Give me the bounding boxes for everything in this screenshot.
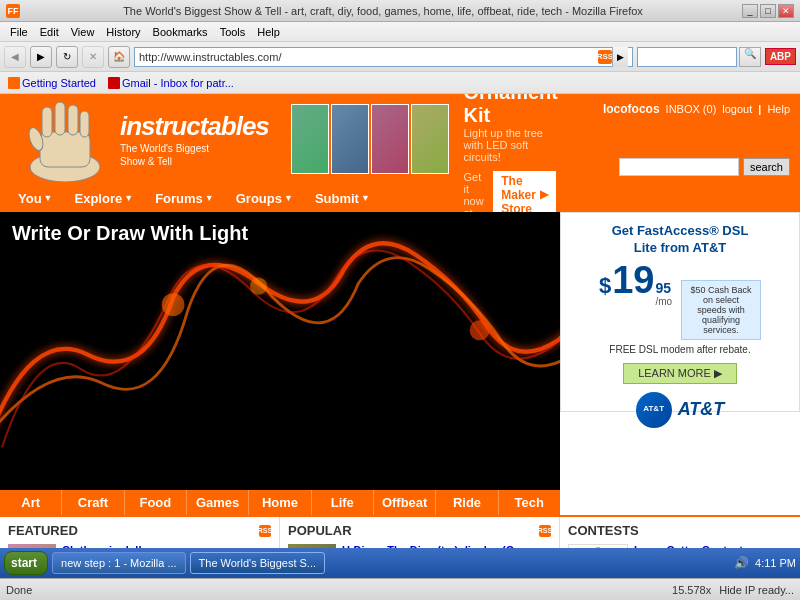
back-button[interactable]: ◀ (4, 46, 26, 68)
cat-offbeat[interactable]: Offbeat (374, 490, 436, 515)
featured-rss-icon[interactable]: RSS (259, 525, 271, 537)
att-ad: Get FastAccess® DSLLite from AT&T $ 19 9… (560, 212, 800, 412)
forward-button[interactable]: ▶ (30, 46, 52, 68)
cat-tech[interactable]: Tech (499, 490, 560, 515)
nav-explore[interactable]: Explore ▼ (65, 187, 144, 210)
header-img-4 (411, 104, 449, 174)
att-price-container: $ 19 95 /mo $50 Cash Back on select spee… (599, 261, 761, 340)
hero-image: Write Or Draw With Light (0, 212, 560, 490)
nav-submit[interactable]: Submit ▼ (305, 187, 380, 210)
go-button[interactable]: ▶ (612, 47, 628, 67)
nav-explore-arrow: ▼ (124, 193, 133, 203)
hide-ip-status: Hide IP ready... (719, 584, 794, 596)
taskbar: start new step : 1 - Mozilla ... The Wor… (0, 548, 800, 578)
status-right: 15.578x Hide IP ready... (672, 584, 794, 596)
search-input[interactable] (637, 47, 737, 67)
nav-groups[interactable]: Groups ▼ (226, 187, 303, 210)
search-bar: 🔍 (637, 47, 761, 67)
stop-button[interactable]: ✕ (82, 46, 104, 68)
site-search-input[interactable] (619, 158, 739, 176)
header-images (291, 104, 449, 174)
menu-bookmarks[interactable]: Bookmarks (147, 24, 214, 40)
bookmarks-bar: Getting Started Gmail - Inbox for patr..… (0, 72, 800, 94)
header-img-1 (291, 104, 329, 174)
svg-point-9 (250, 278, 267, 295)
menu-view[interactable]: View (65, 24, 101, 40)
hero-title: Write Or Draw With Light (12, 222, 248, 245)
cat-home[interactable]: Home (249, 490, 311, 515)
svg-rect-5 (80, 111, 89, 137)
featured-title: FEATURED (8, 523, 78, 538)
header-ad-area: LED Felt Ornament Kit Light up the tree … (281, 94, 567, 184)
menu-bar: File Edit View History Bookmarks Tools H… (0, 22, 800, 42)
menu-tools[interactable]: Tools (214, 24, 252, 40)
help-link[interactable]: Help (767, 103, 790, 115)
site-logo[interactable]: instructables (120, 111, 269, 142)
logo-text-area: instructables The World's BiggestShow & … (120, 111, 269, 168)
att-cashback: $50 Cash Back on select speeds with qual… (681, 280, 761, 340)
header-img-3 (371, 104, 409, 174)
bookmark-getting-started[interactable]: Getting Started (4, 75, 100, 91)
cat-ride[interactable]: Ride (436, 490, 498, 515)
menu-help[interactable]: Help (251, 24, 286, 40)
menu-edit[interactable]: Edit (34, 24, 65, 40)
gmail-favicon (108, 77, 120, 89)
taskbar-window-1[interactable]: new step : 1 - Mozilla ... (52, 552, 186, 574)
logo-area: instructables The World's BiggestShow & … (0, 94, 281, 184)
popular-rss-icon[interactable]: RSS (539, 525, 551, 537)
att-free-modem: FREE DSL modem after rebate. (609, 344, 750, 355)
browser-icon: FF (6, 4, 20, 18)
close-button[interactable]: ✕ (778, 4, 794, 18)
svg-point-8 (162, 293, 185, 316)
bookmark-gmail[interactable]: Gmail - Inbox for patr... (104, 75, 238, 91)
taskbar-window-2[interactable]: The World's Biggest S... (190, 552, 325, 574)
ad-subtitle: Light up the tree with LED soft circuits… (463, 127, 557, 163)
cat-food[interactable]: Food (125, 490, 187, 515)
att-learn-more-button[interactable]: LEARN MORE ▶ (623, 363, 737, 384)
contests-title: CONTESTS (568, 523, 792, 538)
start-button[interactable]: start (4, 551, 48, 575)
site-search-button[interactable]: search (743, 158, 790, 176)
cat-life[interactable]: Life (312, 490, 374, 515)
adblock-button[interactable]: ABP (765, 48, 796, 65)
header-right: locofocos INBOX (0) logout | Help search (568, 94, 800, 184)
logout-link[interactable]: logout (722, 103, 752, 115)
att-title: Get FastAccess® DSLLite from AT&T (612, 223, 749, 257)
att-logo-area: AT&T AT&T (636, 392, 725, 428)
svg-rect-3 (55, 102, 65, 135)
window-controls: _ □ ✕ (742, 4, 794, 18)
ad-title: LED Felt Ornament Kit (463, 94, 557, 127)
featured-header: FEATURED RSS (8, 523, 271, 538)
google-search-button[interactable]: 🔍 (739, 47, 761, 67)
att-price: 19 (612, 261, 654, 299)
nav-groups-arrow: ▼ (284, 193, 293, 203)
cat-craft[interactable]: Craft (62, 490, 124, 515)
address-bar[interactable]: http://www.instructables.com/ RSS ▶ (134, 47, 633, 67)
ad-text: LED Felt Ornament Kit Light up the tree … (449, 94, 557, 221)
taskbar-clock: 4:11 PM (755, 557, 796, 569)
main-layout: Write Or Draw With Light Art Craft Food … (0, 212, 800, 515)
maximize-button[interactable]: □ (760, 4, 776, 18)
cat-art[interactable]: Art (0, 490, 62, 515)
att-logo-icon: AT&T (636, 392, 672, 428)
menu-file[interactable]: File (4, 24, 34, 40)
tray-icon: 🔊 (734, 556, 749, 570)
home-button[interactable]: 🏠 (108, 46, 130, 68)
nav-submit-arrow: ▼ (361, 193, 370, 203)
svg-rect-4 (68, 105, 78, 135)
nav-forums[interactable]: Forums ▼ (145, 187, 224, 210)
cat-games[interactable]: Games (187, 490, 249, 515)
svg-rect-2 (42, 107, 52, 137)
menu-history[interactable]: History (100, 24, 146, 40)
nav-you[interactable]: You ▼ (8, 187, 63, 210)
nav-you-arrow: ▼ (44, 193, 53, 203)
username: locofocos (603, 102, 660, 116)
right-sidebar: Get FastAccess® DSLLite from AT&T $ 19 9… (560, 212, 800, 515)
status-bar: Done 15.578x Hide IP ready... (0, 578, 800, 600)
nav-bar: You ▼ Explore ▼ Forums ▼ Groups ▼ Submit… (0, 184, 800, 212)
inbox-link[interactable]: INBOX (0) (666, 103, 717, 115)
rss-icon: RSS (598, 50, 612, 64)
att-cents: 95 (655, 280, 672, 296)
minimize-button[interactable]: _ (742, 4, 758, 18)
reload-button[interactable]: ↻ (56, 46, 78, 68)
